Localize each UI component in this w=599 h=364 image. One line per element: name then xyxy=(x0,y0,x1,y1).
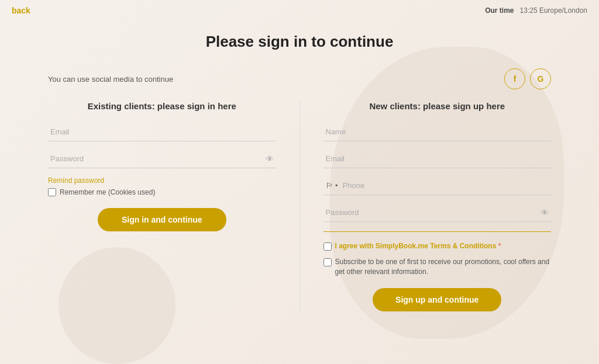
facebook-button[interactable]: f xyxy=(504,68,525,89)
remember-me-label: Remember me (Cookies used) xyxy=(60,188,155,196)
name-field xyxy=(323,123,552,141)
our-time-label: Our time xyxy=(485,6,514,15)
existing-clients-title: Existing clients: please sign in here xyxy=(48,101,276,111)
email-field-existing xyxy=(48,123,276,141)
email-input-wrapper xyxy=(48,123,276,141)
terms-checkbox[interactable] xyxy=(323,242,332,251)
name-input[interactable] xyxy=(323,123,552,141)
terms-link[interactable]: I agree with SimplyBook.me Terms & Condi… xyxy=(335,242,497,250)
password-eye-icon[interactable]: 👁 xyxy=(266,154,274,164)
our-time-value: 13:25 Europe/London xyxy=(520,6,587,15)
new-clients-column: New clients: please sign up here 🏳 • xyxy=(323,101,552,311)
back-link[interactable]: back xyxy=(12,6,30,15)
email-input-existing[interactable] xyxy=(48,123,276,141)
remember-me-row: Remember me (Cookies used) xyxy=(48,188,276,196)
new-clients-title: New clients: please sign up here xyxy=(323,101,552,111)
social-icons: f G xyxy=(504,68,551,89)
sign-up-button[interactable]: Sign up and continue xyxy=(373,288,501,311)
terms-separator xyxy=(323,231,552,232)
email-input-new[interactable] xyxy=(323,150,552,168)
phone-field: 🏳 • xyxy=(323,176,552,195)
password-eye-icon-new[interactable]: 👁 xyxy=(541,208,549,217)
subscribe-text: Subscribe to be one of first to receive … xyxy=(335,257,552,277)
password-field-new: 👁 xyxy=(323,203,552,222)
password-input-wrapper-new: 👁 xyxy=(323,203,552,222)
terms-required-star: * xyxy=(498,242,501,250)
password-input-wrapper: 👁 xyxy=(48,150,276,168)
google-button[interactable]: G xyxy=(530,68,551,89)
terms-text: I agree with SimplyBook.me Terms & Condi… xyxy=(335,241,501,251)
social-row: You can use social media to continue f G xyxy=(48,68,551,89)
page-title: Please sign in to continue xyxy=(48,33,551,51)
existing-clients-column: Existing clients: please sign in here 👁 … xyxy=(48,101,276,311)
column-divider xyxy=(300,101,300,311)
social-text: You can use social media to continue xyxy=(48,75,173,84)
remember-me-checkbox[interactable] xyxy=(48,188,56,196)
subscribe-checkbox[interactable] xyxy=(323,258,332,266)
email-field-new xyxy=(323,150,552,168)
our-time: Our time 13:25 Europe/London xyxy=(485,6,587,15)
phone-input[interactable] xyxy=(340,176,551,195)
main-container: Please sign in to continue You can use s… xyxy=(36,21,563,335)
password-input-existing[interactable] xyxy=(48,150,276,168)
top-bar: back Our time 13:25 Europe/London xyxy=(0,0,599,21)
remind-password-link[interactable]: Remind password xyxy=(48,176,276,185)
password-field-existing: 👁 xyxy=(48,150,276,168)
subscribe-row: Subscribe to be one of first to receive … xyxy=(323,257,552,277)
phone-flag-icon[interactable]: 🏳 • xyxy=(323,176,340,195)
email-input-wrapper-new xyxy=(323,150,552,168)
phone-input-wrapper: 🏳 • xyxy=(323,176,552,195)
name-input-wrapper xyxy=(323,123,552,141)
sign-in-button[interactable]: Sign in and continue xyxy=(98,208,226,231)
columns: Existing clients: please sign in here 👁 … xyxy=(48,101,551,311)
terms-row: I agree with SimplyBook.me Terms & Condi… xyxy=(323,241,552,251)
password-input-new[interactable] xyxy=(323,203,552,221)
